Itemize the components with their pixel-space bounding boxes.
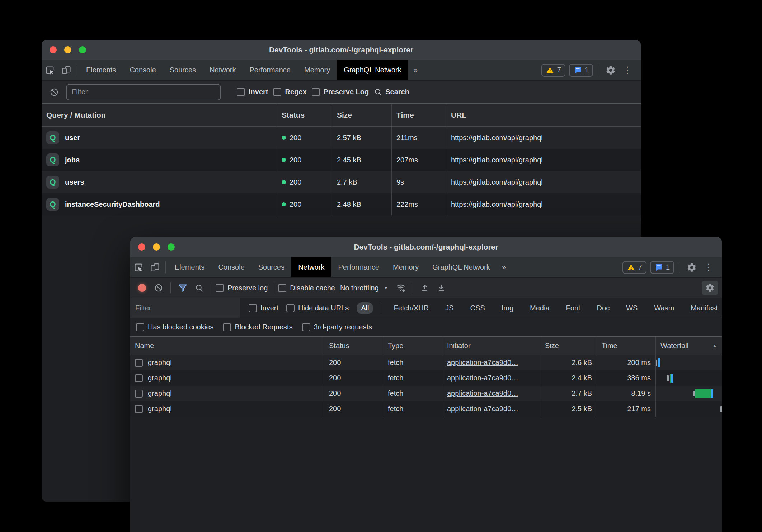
kebab-menu-icon[interactable]: ⋮: [621, 65, 634, 76]
col-status[interactable]: Status: [277, 104, 332, 126]
tab-sources[interactable]: Sources: [251, 257, 291, 277]
filter-chip-ws[interactable]: WS: [622, 302, 642, 314]
search-button[interactable]: Search: [374, 88, 409, 96]
col-size[interactable]: Size: [332, 104, 391, 126]
tab-elements[interactable]: Elements: [168, 257, 211, 277]
graphql-row-user[interactable]: Quser 200 2.57 kB 211ms https://gitlab.c…: [42, 127, 641, 149]
network-row[interactable]: graphql 200 fetch application-a7ca9d0… 2…: [130, 370, 722, 386]
initiator-link[interactable]: application-a7ca9d0…: [447, 358, 518, 367]
col-waterfall[interactable]: Waterfall ▲: [655, 337, 722, 355]
issues-badge[interactable]: 1: [650, 261, 674, 274]
row-checkbox[interactable]: [135, 405, 143, 413]
has-blocked-cookies-checkbox[interactable]: Has blocked cookies: [136, 323, 213, 331]
record-button[interactable]: [138, 284, 146, 292]
tab-memory[interactable]: Memory: [386, 257, 425, 277]
invert-checkbox[interactable]: Invert: [237, 88, 268, 96]
filter-chip-media[interactable]: Media: [526, 302, 554, 314]
tab-sources[interactable]: Sources: [163, 60, 203, 80]
filter-chip-wasm[interactable]: Wasm: [650, 302, 678, 314]
col-time[interactable]: Time: [597, 337, 655, 355]
tab-elements[interactable]: Elements: [79, 60, 123, 80]
hide-data-urls-checkbox[interactable]: Hide data URLs: [286, 304, 349, 312]
issues-badge[interactable]: 1: [569, 64, 593, 77]
tab-performance[interactable]: Performance: [243, 60, 298, 80]
col-time[interactable]: Time: [391, 104, 446, 126]
warnings-badge[interactable]: 7: [622, 261, 646, 274]
tab-console[interactable]: Console: [123, 60, 163, 80]
titlebar[interactable]: DevTools - gitlab.com/-/graphql-explorer: [42, 40, 641, 60]
device-toolbar-icon[interactable]: [58, 60, 75, 80]
close-button[interactable]: [138, 243, 145, 251]
search-icon[interactable]: [192, 284, 207, 293]
settings-gear-icon[interactable]: [603, 65, 618, 75]
network-settings-gear-icon[interactable]: [702, 281, 718, 295]
minimize-button[interactable]: [64, 46, 71, 53]
invert-checkbox[interactable]: Invert: [249, 304, 278, 312]
initiator-link[interactable]: application-a7ca9d0…: [447, 389, 518, 398]
graphql-row-instance-security-dashboard[interactable]: QinstanceSecurityDashboard 200 2.48 kB 2…: [42, 193, 641, 215]
col-size[interactable]: Size: [540, 337, 597, 355]
disable-cache-checkbox[interactable]: Disable cache: [278, 284, 335, 292]
filter-chip-font[interactable]: Font: [562, 302, 585, 314]
issues-count: 1: [585, 66, 589, 74]
zoom-button[interactable]: [79, 46, 86, 53]
import-har-icon[interactable]: [417, 283, 432, 293]
col-initiator[interactable]: Initiator: [442, 337, 540, 355]
filter-chip-doc[interactable]: Doc: [593, 302, 614, 314]
network-row[interactable]: graphql 200 fetch application-a7ca9d0… 2…: [130, 386, 722, 401]
network-row[interactable]: graphql 200 fetch application-a7ca9d0… 2…: [130, 355, 722, 370]
tab-performance[interactable]: Performance: [331, 257, 386, 277]
filter-input[interactable]: [66, 84, 221, 100]
filter-chip-js[interactable]: JS: [441, 302, 458, 314]
checkbox: [273, 88, 281, 96]
tab-console[interactable]: Console: [211, 257, 251, 277]
tab-graphql-network[interactable]: GraphQL Network: [425, 257, 497, 277]
filter-chip-all[interactable]: All: [357, 302, 373, 314]
export-har-icon[interactable]: [434, 283, 449, 293]
regex-checkbox[interactable]: Regex: [273, 88, 306, 96]
tab-network[interactable]: Network: [203, 60, 243, 80]
filter-chip-img[interactable]: Img: [497, 302, 518, 314]
preserve-log-checkbox[interactable]: Preserve Log: [312, 88, 369, 96]
blocked-requests-checkbox[interactable]: Blocked Requests: [223, 323, 292, 331]
filter-chip-manifest[interactable]: Manifest: [686, 302, 722, 314]
titlebar[interactable]: DevTools - gitlab.com/-/graphql-explorer: [130, 237, 722, 257]
zoom-button[interactable]: [168, 243, 175, 251]
graphql-row-jobs[interactable]: Qjobs 200 2.45 kB 207ms https://gitlab.c…: [42, 149, 641, 171]
tab-memory[interactable]: Memory: [297, 60, 337, 80]
minimize-button[interactable]: [153, 243, 160, 251]
filter-chip-css[interactable]: CSS: [466, 302, 489, 314]
row-checkbox[interactable]: [135, 374, 143, 382]
col-status[interactable]: Status: [324, 337, 383, 355]
graphql-row-users[interactable]: Qusers 200 2.7 kB 9s https://gitlab.com/…: [42, 171, 641, 193]
row-checkbox[interactable]: [135, 390, 143, 398]
clear-icon[interactable]: [47, 87, 61, 97]
third-party-requests-checkbox[interactable]: 3rd-party requests: [302, 323, 372, 331]
tab-graphql-network[interactable]: GraphQL Network: [337, 60, 408, 80]
filter-funnel-icon[interactable]: [175, 283, 190, 293]
col-url[interactable]: URL: [446, 104, 641, 126]
tab-network[interactable]: Network: [291, 257, 331, 277]
network-row[interactable]: graphql 200 fetch application-a7ca9d0… 2…: [130, 401, 722, 417]
filter-input[interactable]: [130, 298, 240, 318]
more-tabs-chevron-icon[interactable]: »: [497, 257, 511, 277]
kebab-menu-icon[interactable]: ⋮: [702, 262, 715, 273]
col-name[interactable]: Name: [130, 337, 324, 355]
clear-icon[interactable]: [151, 283, 166, 293]
close-button[interactable]: [50, 46, 57, 53]
more-tabs-chevron-icon[interactable]: »: [408, 60, 423, 80]
filter-chip-fetch-xhr[interactable]: Fetch/XHR: [389, 302, 433, 314]
throttling-select[interactable]: No throttling ▼: [337, 284, 392, 292]
col-type[interactable]: Type: [383, 337, 442, 355]
inspect-element-icon[interactable]: [42, 60, 58, 80]
initiator-link[interactable]: application-a7ca9d0…: [447, 405, 518, 413]
initiator-link[interactable]: application-a7ca9d0…: [447, 374, 518, 382]
warnings-badge[interactable]: 7: [541, 64, 565, 77]
device-toolbar-icon[interactable]: [147, 257, 163, 277]
network-conditions-icon[interactable]: [393, 283, 408, 293]
inspect-element-icon[interactable]: [130, 257, 147, 277]
row-checkbox[interactable]: [135, 359, 143, 367]
preserve-log-checkbox[interactable]: Preserve log: [216, 284, 268, 292]
col-query-mutation[interactable]: Query / Mutation: [42, 104, 277, 126]
settings-gear-icon[interactable]: [685, 262, 699, 272]
